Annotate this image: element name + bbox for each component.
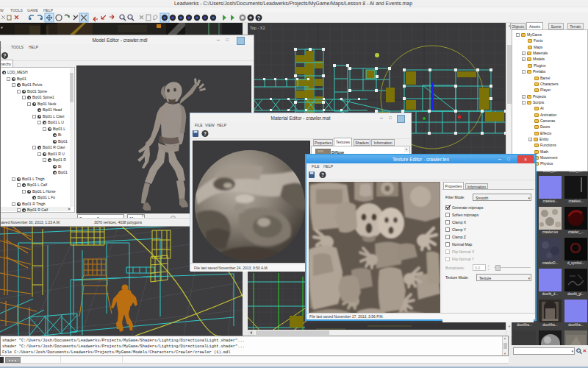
svg-text:?: ? xyxy=(204,131,207,136)
svg-text:Top - X2: Top - X2 xyxy=(250,26,265,30)
svg-text:?: ? xyxy=(257,15,260,21)
svg-text:e: e xyxy=(1,25,3,29)
svg-text:?: ? xyxy=(4,53,7,58)
svg-text:?: ? xyxy=(321,172,324,177)
